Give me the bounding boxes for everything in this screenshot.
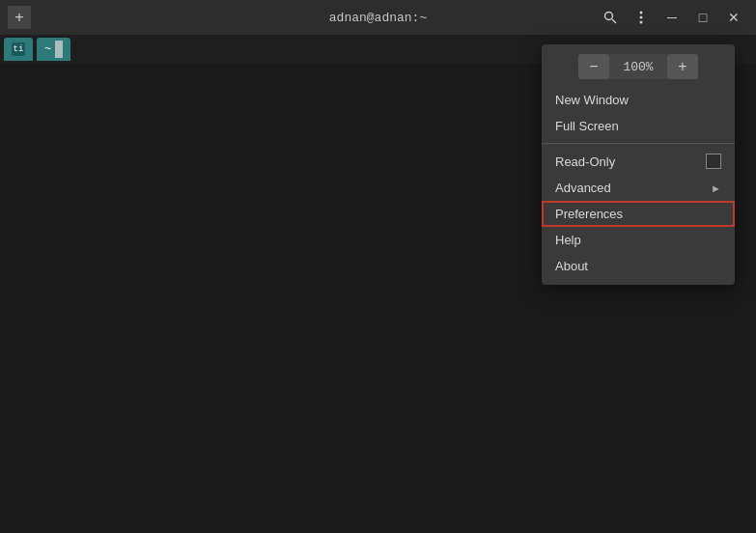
zoom-out-button[interactable]: − <box>578 54 609 79</box>
menu-item-about-label: About <box>555 259 588 273</box>
svg-point-4 <box>640 21 643 24</box>
search-button[interactable] <box>596 3 625 32</box>
home-tab-label: ~ <box>44 42 51 56</box>
zoom-value: 100% <box>609 54 667 79</box>
tab-terminal[interactable]: ti <box>4 38 33 61</box>
window-title: adnan@adnan:~ <box>329 11 427 25</box>
svg-point-3 <box>640 16 643 19</box>
tab-home[interactable]: ~ <box>37 38 70 61</box>
menu-item-advanced[interactable]: Advanced ► <box>542 175 735 201</box>
advanced-arrow-icon: ► <box>711 182 721 194</box>
svg-line-1 <box>612 19 616 23</box>
close-button[interactable]: ✕ <box>719 3 748 32</box>
svg-point-0 <box>605 13 613 20</box>
menu-button[interactable] <box>627 3 656 32</box>
zoom-row: − 100% + <box>542 50 735 87</box>
read-only-checkbox[interactable] <box>706 154 721 169</box>
minimize-button[interactable]: ─ <box>658 3 686 32</box>
title-bar: + adnan@adnan:~ ─ □ ✕ <box>0 0 756 35</box>
dropdown-menu: − 100% + New Window Full Screen Read-Onl… <box>542 44 735 285</box>
title-bar-left: + <box>8 6 31 29</box>
svg-point-2 <box>640 12 643 14</box>
menu-item-read-only-label: Read-Only <box>555 154 615 169</box>
menu-item-about[interactable]: About <box>542 253 735 279</box>
kebab-menu-icon <box>633 10 649 25</box>
maximize-button[interactable]: □ <box>688 3 717 32</box>
terminal-tab-icon: ti <box>12 42 25 56</box>
menu-item-preferences-label: Preferences <box>555 207 623 221</box>
menu-item-help-label: Help <box>555 233 581 247</box>
menu-separator-1 <box>542 143 735 144</box>
window-controls: ─ □ ✕ <box>596 3 748 32</box>
menu-item-new-window[interactable]: New Window <box>542 87 735 113</box>
menu-item-read-only[interactable]: Read-Only <box>542 148 735 175</box>
search-icon <box>602 10 618 25</box>
cursor <box>55 41 63 58</box>
add-tab-button[interactable]: + <box>8 6 31 29</box>
zoom-in-button[interactable]: + <box>667 54 698 79</box>
menu-item-full-screen[interactable]: Full Screen <box>542 113 735 139</box>
menu-item-full-screen-label: Full Screen <box>555 119 619 133</box>
menu-item-help[interactable]: Help <box>542 227 735 253</box>
menu-item-preferences[interactable]: Preferences <box>542 201 735 227</box>
menu-item-new-window-label: New Window <box>555 93 629 107</box>
menu-item-advanced-label: Advanced <box>555 181 611 195</box>
